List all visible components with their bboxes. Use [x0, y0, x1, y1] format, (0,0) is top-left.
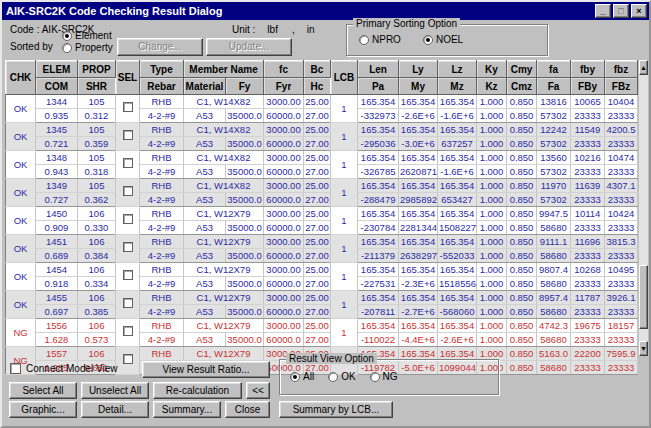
row-select-checkbox[interactable] — [123, 102, 133, 112]
close-icon[interactable]: × — [631, 4, 647, 18]
result-view-option-group: Result View Option AllOKNG — [279, 359, 499, 395]
cell-Fa: 58680 — [537, 333, 571, 347]
collapse-button[interactable]: << — [246, 382, 270, 399]
radio-icon[interactable] — [359, 35, 369, 45]
cell-fby: 11639 — [571, 179, 605, 193]
row-select-checkbox[interactable] — [123, 214, 133, 224]
scrollbar-thumb[interactable] — [639, 265, 648, 329]
radio-icon[interactable] — [62, 31, 72, 41]
connect-model-view-checkbox[interactable]: Connect Model View — [10, 363, 118, 374]
scrollbar-track[interactable] — [639, 75, 648, 341]
results-table: CHK ELEM PROP SEL Type Member Name fc Bc… — [5, 60, 638, 375]
cell-ly: 165.354 — [399, 291, 438, 305]
update-button[interactable]: Update... — [206, 38, 292, 56]
cell-lcb: 1 — [331, 151, 358, 179]
cell-chk-status: OK — [6, 151, 36, 179]
cell-select — [116, 291, 140, 319]
graphic-button[interactable]: Graphic... — [9, 401, 77, 418]
cell-my: -3.0E+6 — [399, 137, 438, 151]
scroll-up-icon[interactable]: ▲ — [639, 60, 648, 75]
cell-pa: -326785 — [358, 165, 399, 179]
close-button[interactable]: Close — [225, 401, 270, 418]
col-cmz: Cmz — [507, 78, 537, 95]
radio-icon[interactable] — [62, 43, 72, 53]
radio-icon[interactable] — [423, 35, 433, 45]
row-select-checkbox[interactable] — [123, 270, 133, 280]
cell-my: 2638297 — [399, 249, 438, 263]
row-select-checkbox[interactable] — [123, 298, 133, 308]
cell-mz: -552033 — [438, 249, 477, 263]
table-record-row: OK 1345 105 RHB C1, W14X82 3000.00 25.00… — [6, 123, 638, 137]
cell-material: A53 — [184, 137, 226, 151]
cell-shr: 0.318 — [78, 165, 116, 179]
cell-ky: 1.000 — [477, 123, 507, 137]
cell-material: A53 — [184, 165, 226, 179]
cell-fa: 9111.1 — [537, 235, 571, 249]
cell-pa: -110022 — [358, 333, 399, 347]
sorted-by-option-element[interactable]: Element — [62, 30, 113, 41]
cell-chk-status: OK — [6, 235, 36, 263]
cell-com: 0.727 — [36, 193, 78, 207]
row-select-checkbox[interactable] — [123, 242, 133, 252]
view-result-ratio-button[interactable]: View Result Ratio... — [142, 361, 270, 378]
cell-fby: 19675 — [571, 319, 605, 333]
radio-icon[interactable] — [370, 372, 380, 382]
row-select-checkbox[interactable] — [123, 186, 133, 196]
cell-fa: 13816 — [537, 95, 571, 109]
unselect-all-button[interactable]: Unselect All — [81, 382, 149, 399]
cell-ly: 165.354 — [399, 319, 438, 333]
sorted-by-label: Sorted by — [10, 41, 53, 52]
cell-bc: 25.00 — [304, 151, 331, 165]
cell-fbz: 10474 — [605, 151, 638, 165]
cell-lcb: 1 — [331, 291, 358, 319]
result-view-option-ng[interactable]: NG — [370, 371, 398, 382]
cell-chk-status: OK — [6, 291, 36, 319]
result-view-option-ok[interactable]: OK — [328, 371, 355, 382]
cell-com: 0.918 — [36, 277, 78, 291]
cell-cmz: 0.850 — [507, 109, 537, 123]
radio-label: Property — [75, 42, 113, 53]
select-all-button[interactable]: Select All — [9, 382, 77, 399]
cell-chk-status: OK — [6, 95, 36, 123]
result-view-option-title: Result View Option — [286, 353, 377, 364]
col-type: Type — [140, 61, 184, 78]
primary-sorting-option-noel[interactable]: NOEL — [423, 34, 463, 45]
cell-fc: 3000.00 — [264, 235, 304, 249]
cell-mz: -2.6E+6 — [438, 333, 477, 347]
change-button[interactable]: Change... — [117, 38, 203, 56]
detail-button[interactable]: Detail... — [81, 401, 149, 418]
cell-ky: 1.000 — [477, 151, 507, 165]
col-prop: PROP — [78, 61, 116, 78]
cell-FBz: 23333 — [605, 333, 638, 347]
row-select-checkbox[interactable] — [123, 158, 133, 168]
radio-icon[interactable] — [290, 372, 300, 382]
recalculation-button[interactable]: Re-calculation — [153, 382, 242, 399]
cell-fby: 10114 — [571, 207, 605, 221]
cell-type: RHB — [140, 319, 184, 333]
result-view-option-all[interactable]: All — [290, 371, 314, 382]
cell-prop: 106 — [78, 235, 116, 249]
cell-my: 2985892 — [399, 193, 438, 207]
scroll-down-icon[interactable]: ▼ — [639, 341, 648, 356]
row-select-checkbox[interactable] — [123, 130, 133, 140]
checkbox-icon[interactable] — [10, 363, 21, 374]
minimize-button[interactable]: _ — [595, 4, 611, 18]
window-title: AIK-SRC2K Code Checking Result Dialog — [4, 4, 593, 18]
cell-mz: 1518556 — [438, 277, 477, 291]
summary-button[interactable]: Summary... — [153, 401, 221, 418]
cell-shr: 0.573 — [78, 333, 116, 347]
row-select-checkbox[interactable] — [123, 326, 133, 336]
radio-icon[interactable] — [328, 372, 338, 382]
cell-fa: 4742.3 — [537, 319, 571, 333]
cell-prop: 105 — [78, 123, 116, 137]
cell-member-name: C1, W12X79 — [184, 207, 264, 221]
sorted-by-option-property[interactable]: Property — [62, 42, 113, 53]
maximize-button[interactable]: □ — [613, 4, 629, 18]
cell-FBy: 23333 — [571, 137, 605, 151]
primary-sorting-option-npro[interactable]: NPRO — [359, 34, 401, 45]
cell-bc: 25.00 — [304, 235, 331, 249]
cell-type: RHB — [140, 263, 184, 277]
cell-fy: 35000.0 — [226, 305, 264, 319]
cell-FBy: 23333 — [571, 109, 605, 123]
summary-by-lcb-button[interactable]: Summary by LCB... — [279, 401, 393, 418]
